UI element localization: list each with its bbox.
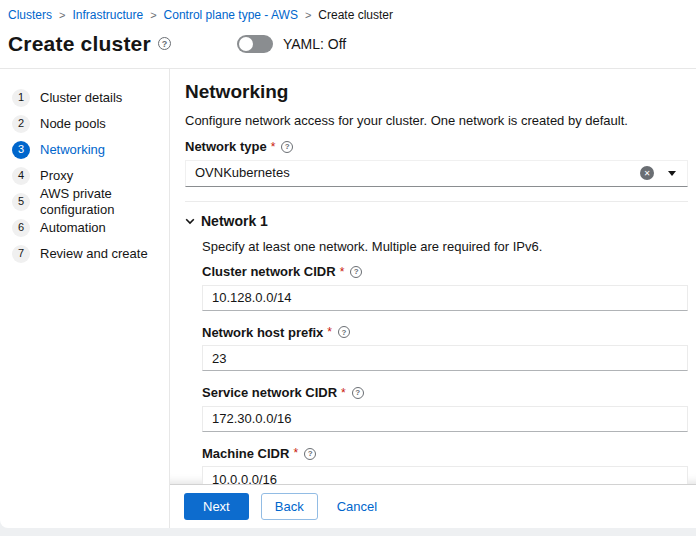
step-number: 1 — [12, 89, 30, 107]
network-host-prefix-input[interactable] — [202, 345, 688, 371]
machine-cidr-input[interactable] — [202, 466, 688, 484]
wizard-step-aws-private-configuration[interactable]: 5 AWS private configuration — [0, 189, 169, 215]
next-button[interactable]: Next — [184, 493, 249, 520]
step-number: 7 — [12, 245, 30, 263]
wizard-step-review-and-create[interactable]: 7 Review and create — [0, 241, 169, 267]
network-1-section: Network 1 Specify at least one network. … — [185, 201, 688, 484]
breadcrumb-current-create-cluster: Create cluster — [318, 8, 393, 22]
cancel-button[interactable]: Cancel — [335, 494, 379, 519]
required-marker: * — [293, 446, 298, 460]
cluster-network-cidr-help-icon[interactable]: ? — [350, 266, 362, 278]
step-label: Automation — [40, 220, 106, 236]
create-cluster-wizard: Clusters > Infrastructure > Control plan… — [0, 0, 696, 528]
machine-cidr-label: Machine CIDR — [202, 446, 289, 462]
wizard-step-node-pools[interactable]: 2 Node pools — [0, 111, 169, 137]
back-button[interactable]: Back — [261, 493, 318, 520]
network-type-select[interactable]: OVNKubernetes ✕ — [185, 160, 688, 187]
breadcrumb-link-infrastructure[interactable]: Infrastructure — [72, 8, 143, 22]
network-host-prefix-help-icon[interactable]: ? — [338, 326, 350, 338]
chevron-down-icon — [185, 216, 195, 226]
breadcrumb-separator: > — [305, 9, 311, 22]
step-label: Networking — [40, 142, 105, 158]
yaml-toggle-knob — [239, 37, 253, 51]
breadcrumb-link-control-plane-type[interactable]: Control plane type - AWS — [164, 8, 298, 22]
yaml-toggle[interactable] — [237, 35, 273, 53]
networking-heading: Networking — [185, 81, 688, 104]
page-title-help-icon[interactable]: ? — [158, 37, 171, 50]
wizard-step-content: Networking Configure network access for … — [170, 69, 696, 484]
service-network-cidr-group: Service network CIDR * ? — [202, 385, 688, 432]
cluster-network-cidr-label: Cluster network CIDR — [202, 264, 336, 280]
chevron-down-icon[interactable] — [668, 171, 676, 176]
step-label: AWS private configuration — [40, 186, 169, 217]
yaml-toggle-label: YAML: Off — [283, 36, 346, 53]
step-label: Node pools — [40, 116, 106, 132]
wizard-step-automation[interactable]: 6 Automation — [0, 215, 169, 241]
clear-selection-icon[interactable]: ✕ — [640, 166, 654, 180]
page-header: Create cluster ? YAML: Off — [0, 22, 696, 67]
required-marker: * — [341, 386, 346, 400]
breadcrumb-separator: > — [59, 9, 65, 22]
network-type-help-icon[interactable]: ? — [281, 141, 293, 153]
breadcrumb-link-clusters[interactable]: Clusters — [8, 8, 52, 22]
breadcrumb: Clusters > Infrastructure > Control plan… — [0, 0, 696, 22]
network-1-title: Network 1 — [201, 213, 268, 230]
page-background-strip — [0, 528, 696, 536]
networking-description: Configure network access for your cluste… — [185, 113, 688, 129]
step-label: Proxy — [40, 168, 73, 184]
cluster-network-cidr-group: Cluster network CIDR * ? — [202, 264, 688, 311]
step-number: 5 — [12, 193, 30, 211]
machine-cidr-group: Machine CIDR * ? — [202, 446, 688, 484]
network-type-selected-value: OVNKubernetes — [195, 165, 640, 181]
network-host-prefix-group: Network host prefix * ? — [202, 325, 688, 372]
wizard-nav: 1 Cluster details 2 Node pools 3 Network… — [0, 69, 170, 528]
network-type-group: Network type * ? OVNKubernetes ✕ — [185, 139, 688, 187]
required-marker: * — [271, 140, 276, 154]
required-marker: * — [327, 325, 332, 339]
service-network-cidr-input[interactable] — [202, 406, 688, 432]
network-1-hint: Specify at least one network. Multiple a… — [202, 239, 688, 255]
step-label: Cluster details — [40, 90, 122, 106]
breadcrumb-separator: > — [150, 9, 156, 22]
step-number: 3 — [12, 141, 30, 159]
network-type-label: Network type — [185, 139, 267, 155]
required-marker: * — [340, 265, 345, 279]
service-network-cidr-label: Service network CIDR — [202, 385, 337, 401]
network-1-expand-toggle[interactable]: Network 1 — [185, 213, 688, 230]
page-title: Create cluster — [8, 31, 151, 56]
machine-cidr-help-icon[interactable]: ? — [304, 448, 316, 460]
network-host-prefix-label: Network host prefix — [202, 325, 323, 341]
service-network-cidr-help-icon[interactable]: ? — [352, 387, 364, 399]
wizard-footer: Next Back Cancel — [170, 484, 696, 528]
wizard-step-proxy[interactable]: 4 Proxy — [0, 163, 169, 189]
cluster-network-cidr-input[interactable] — [202, 285, 688, 311]
wizard-step-networking[interactable]: 3 Networking — [0, 137, 169, 163]
step-number: 6 — [12, 219, 30, 237]
step-number: 4 — [12, 167, 30, 185]
wizard-step-cluster-details[interactable]: 1 Cluster details — [0, 85, 169, 111]
step-number: 2 — [12, 115, 30, 133]
step-label: Review and create — [40, 246, 148, 262]
